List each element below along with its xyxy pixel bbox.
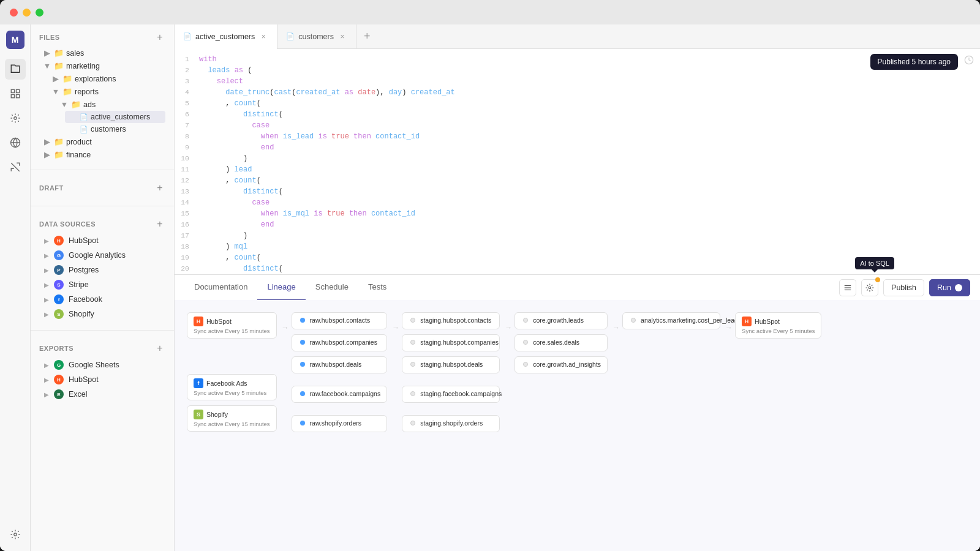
staging-fb-label: staging.facebook.campaigns [420,390,502,397]
app-logo: M [6,31,24,49]
code-line-20: 20 distinct( [175,263,980,274]
files-add-btn[interactable]: + [154,32,165,43]
settings-icon-btn[interactable] [5,108,26,129]
raw-deals-dot [300,362,305,367]
left-sidebar: FILES + ▶ 📁 sales ▼ 📁 marketing [31,24,175,551]
lineage-node-analytics-marketing[interactable]: analytics.marketing.cost_per_leads [622,312,720,329]
tree-item-finance[interactable]: ▶ 📁 finance [39,148,165,161]
exports-add-btn[interactable]: + [154,343,165,354]
history-icon-btn[interactable] [5,157,26,178]
ai-sql-icon-btn[interactable] [861,279,878,296]
ds-item-hubspot[interactable]: ▶ H HubSpot [39,233,165,248]
tree-item-reports[interactable]: ▼ 📁 reports [48,85,165,98]
lineage-node-raw-fb-campaigns[interactable]: raw.facebook.campaigns [292,386,388,403]
run-button[interactable]: Run [929,279,970,296]
code-editor[interactable]: 1 with 2 leads as ( 3 select 4 date_tr [175,49,980,274]
raw-deals-label: raw.hubspot.deals [310,361,362,368]
lineage-node-staging-contacts[interactable]: staging.hubspot.contacts [402,312,500,329]
ds-label-postgres: Postgres [69,266,99,274]
lines-icon-btn[interactable] [839,279,856,296]
tab-tests[interactable]: Tests [358,275,396,301]
gear-icon-btn[interactable] [5,524,26,545]
tree-item-product[interactable]: ▶ 📁 product [39,135,165,148]
lineage-node-core-ad-insights[interactable]: core.growth.ad_insights [514,356,608,373]
ds-item-shopify[interactable]: ▶ S Shopify [39,307,165,321]
svg-point-11 [869,287,871,289]
hubspot-export-sub: Sync active Every 5 minutes [742,328,815,334]
ds-item-postgres[interactable]: ▶ P Postgres [39,263,165,277]
draft-section-title: DRAFT [39,184,64,192]
tree-label-active-customers: active_customers [91,113,162,121]
grid-icon-btn[interactable] [5,83,26,104]
tree-item-explorations[interactable]: ▶ 📁 explorations [48,72,165,85]
staging-deals-dot [410,362,415,367]
hubspot-source-label: HubSpot [206,318,232,325]
tree-item-active-customers[interactable]: ▶ 📄 active_customers [65,111,165,123]
tab-active-customers[interactable]: 📄 active_customers × [175,24,277,49]
history-clock-icon[interactable] [964,55,974,67]
ds-chevron-ga: ▶ [44,252,49,259]
export-item-gsheets[interactable]: ▶ G Google Sheets [39,358,165,372]
lineage-node-raw-contacts[interactable]: raw.hubspot.contacts [292,312,388,329]
draft-add-btn[interactable]: + [154,182,165,193]
tree-item-sales[interactable]: ▶ 📁 sales [39,47,165,59]
close-button[interactable] [10,9,18,17]
files-icon-btn[interactable] [5,59,26,80]
publish-button[interactable]: Publish [883,279,924,296]
lineage-node-staging-companies[interactable]: staging.hubspot.companies [402,334,500,351]
ds-item-facebook[interactable]: ▶ f Facebook [39,292,165,307]
tree-item-customers[interactable]: ▶ 📄 customers [65,123,165,135]
hubspot-export-icon: H [54,375,64,384]
postgres-icon: P [54,265,64,275]
raw-companies-label: raw.hubspot.companies [310,339,377,346]
ga-icon: G [54,250,64,260]
lineage-node-hubspot-export[interactable]: H HubSpot Sync active Every 5 minutes [735,312,821,339]
export-item-excel[interactable]: ▶ E Excel [39,387,165,402]
ds-label-excel: Excel [69,390,88,399]
lineage-node-staging-deals[interactable]: staging.hubspot.deals [402,356,500,373]
lineage-area[interactable]: H HubSpot Sync active Every 15 minutes f… [175,300,980,551]
tree-item-marketing[interactable]: ▼ 📁 marketing [39,59,165,72]
folder-icon: 📁 [54,48,64,58]
lineage-node-raw-companies[interactable]: raw.hubspot.companies [292,334,388,351]
maximize-button[interactable] [36,9,43,17]
tab-lineage[interactable]: Lineage [257,275,305,301]
ds-chevron-hubspot: ▶ [44,238,49,244]
stripe-icon: S [54,280,64,290]
staging-companies-dot [410,340,415,345]
lineage-node-raw-deals[interactable]: raw.hubspot.deals [292,356,388,373]
lineage-node-staging-shopify-orders[interactable]: staging.shopify.orders [402,415,500,432]
ds-label-facebook: Facebook [69,295,102,304]
tab-close-active-customers[interactable]: × [258,32,268,42]
editor-bottom-bar: Documentation Lineage Schedule Tests AI … [175,274,980,300]
data-sources-add-btn[interactable]: + [154,219,165,230]
facebook-source-sub: Sync active Every 5 minutes [194,389,270,396]
tab-schedule[interactable]: Schedule [306,275,358,301]
tab-close-customers[interactable]: × [337,32,347,42]
tab-documentation[interactable]: Documentation [184,275,257,301]
ds-item-stripe[interactable]: ▶ S Stripe [39,277,165,292]
exports-section: EXPORTS + ▶ G Google Sheets ▶ H HubSpot [31,335,174,405]
lineage-node-core-deals[interactable]: core.sales.deals [514,334,608,351]
globe-icon-btn[interactable] [5,132,26,153]
code-line-17: 17 ) [175,230,980,241]
lineage-node-staging-fb-campaigns[interactable]: staging.facebook.campaigns [402,386,500,403]
lineage-node-core-leads[interactable]: core.growth.leads [514,312,608,329]
published-tooltip: Published 5 hours ago [870,54,958,70]
code-line-8: 8 when is_lead is true then contact_id [175,131,980,142]
lineage-node-raw-shopify-orders[interactable]: raw.shopify.orders [292,415,388,432]
tab-add-btn[interactable]: + [356,30,378,43]
ds-chevron-postgres: ▶ [44,267,49,274]
data-sources-section: DATA SOURCES + ▶ H HubSpot ▶ G Google An… [31,211,174,325]
lineage-node-hubspot-source[interactable]: H HubSpot Sync active Every 15 minutes [187,312,277,339]
lineage-node-facebook-source[interactable]: f Facebook Ads Sync active Every 5 minut… [187,374,277,400]
minimize-button[interactable] [23,9,31,17]
export-item-hubspot[interactable]: ▶ H HubSpot [39,372,165,387]
ds-item-google-analytics[interactable]: ▶ G Google Analytics [39,248,165,263]
analytics-marketing-dot [631,318,636,323]
tree-item-ads[interactable]: ▼ 📁 ads [56,98,165,111]
tab-customers[interactable]: 📄 customers × [277,24,356,49]
shopify-source-label: Shopify [206,411,228,418]
lineage-node-shopify-source[interactable]: S Shopify Sync active Every 15 minutes [187,405,277,432]
raw-contacts-dot [300,318,305,323]
